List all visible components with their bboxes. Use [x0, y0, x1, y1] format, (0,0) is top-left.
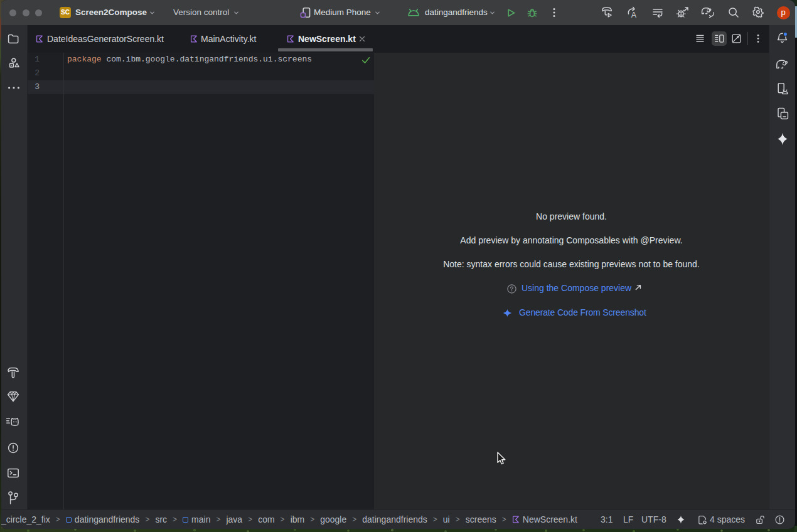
svg-text:A: A	[631, 11, 637, 19]
